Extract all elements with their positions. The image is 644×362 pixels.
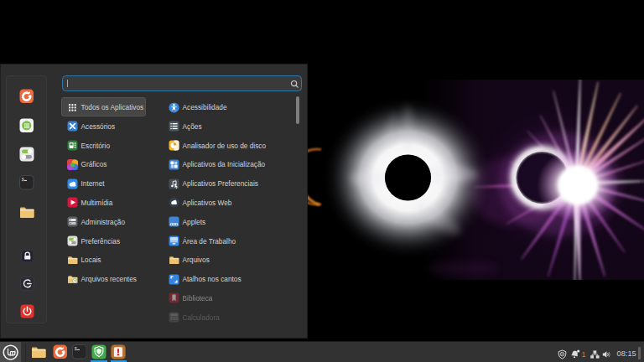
svg-text:$: $ xyxy=(75,347,77,352)
svg-text:$: $ xyxy=(22,178,24,183)
